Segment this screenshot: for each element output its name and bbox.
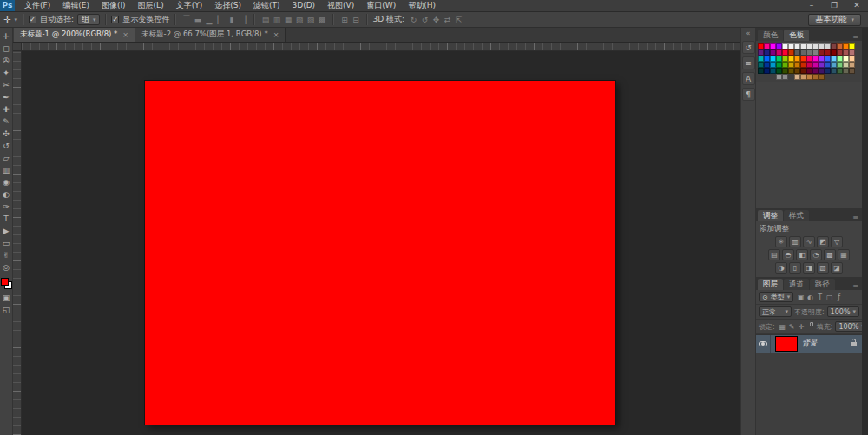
- type-layer-filter-icon[interactable]: T: [815, 293, 825, 301]
- eraser-tool[interactable]: ▱: [0, 152, 12, 164]
- tab-swatches[interactable]: 色板: [784, 30, 809, 41]
- foreground-color-swatch[interactable]: [1, 278, 9, 286]
- pixel-layer-filter-icon[interactable]: ▣: [796, 293, 806, 301]
- swatch[interactable]: [758, 62, 764, 68]
- show-transform-checkbox[interactable]: ✓: [111, 16, 119, 23]
- tab-paths[interactable]: 路径: [810, 279, 835, 290]
- swatch[interactable]: [819, 49, 825, 56]
- lasso-tool[interactable]: ✇: [0, 55, 12, 67]
- move-tool-preset-icon[interactable]: ✛: [3, 15, 10, 24]
- swatch[interactable]: [806, 43, 812, 49]
- swatch[interactable]: [764, 56, 770, 62]
- document-tab-2[interactable]: 未标题-2 @ 66.7%(图层 1, RGB/8) * ×: [135, 28, 286, 42]
- document-tab-1[interactable]: 未标题-1 @ 200%(RGB/8) * ×: [14, 28, 135, 42]
- layer-row-background[interactable]: 背景: [756, 334, 862, 353]
- rectangular-marquee-tool[interactable]: ◻: [0, 43, 12, 55]
- align-bottom-edges-icon[interactable]: ▁: [203, 16, 214, 24]
- swatch[interactable]: [770, 43, 776, 49]
- swatch[interactable]: [800, 68, 806, 74]
- swatch[interactable]: [837, 43, 843, 49]
- close-icon[interactable]: ×: [122, 31, 128, 39]
- color-lookup-adjustment-icon[interactable]: ▦: [838, 249, 850, 260]
- hue-saturation-adjustment-icon[interactable]: ▤: [768, 249, 780, 260]
- swatch[interactable]: [788, 49, 794, 56]
- swatch[interactable]: [764, 68, 770, 74]
- properties-panel-icon[interactable]: ≡: [742, 56, 755, 69]
- swatch[interactable]: [812, 62, 819, 68]
- swatch[interactable]: [831, 62, 837, 68]
- swatch[interactable]: [825, 49, 831, 56]
- menu-select[interactable]: 选择(S): [208, 0, 247, 11]
- swatch[interactable]: [776, 56, 782, 62]
- photoshop-logo-icon[interactable]: Ps: [0, 0, 15, 11]
- screen-mode-button[interactable]: ◱: [0, 304, 12, 316]
- canvas-document[interactable]: [145, 81, 615, 425]
- swatch[interactable]: [794, 56, 800, 62]
- photo-filter-adjustment-icon[interactable]: ◔: [810, 249, 822, 260]
- swatch[interactable]: [831, 49, 837, 56]
- gradient-map-adjustment-icon[interactable]: ▧: [817, 262, 829, 274]
- move-tool[interactable]: ✛: [0, 30, 12, 43]
- canvas-viewport[interactable]: [13, 43, 740, 435]
- swatch[interactable]: [770, 56, 776, 62]
- swatch[interactable]: [758, 56, 764, 62]
- swatch[interactable]: [812, 49, 819, 56]
- swatch[interactable]: [849, 68, 855, 74]
- curves-adjustment-icon[interactable]: ∿: [803, 236, 815, 247]
- swatch[interactable]: [788, 68, 794, 74]
- 3d-roll-icon[interactable]: ↺: [419, 16, 431, 24]
- swatch[interactable]: [843, 43, 849, 49]
- swatch[interactable]: [758, 49, 764, 56]
- layer-thumbnail[interactable]: [775, 336, 798, 352]
- gradient-tool[interactable]: ▥: [0, 164, 12, 176]
- swatch[interactable]: [819, 74, 825, 80]
- swatch[interactable]: [782, 56, 788, 62]
- swatch[interactable]: [849, 49, 855, 56]
- brightness-contrast-adjustment-icon[interactable]: ✳: [775, 236, 787, 247]
- swatch[interactable]: [806, 74, 812, 80]
- align-right-edges-icon[interactable]: ▕: [237, 16, 248, 24]
- swatch[interactable]: [812, 68, 819, 74]
- swatch[interactable]: [812, 74, 819, 80]
- swatch[interactable]: [825, 56, 831, 62]
- swatch[interactable]: [788, 56, 794, 62]
- swatch[interactable]: [812, 43, 819, 49]
- quick-selection-tool[interactable]: ✦: [0, 67, 12, 79]
- swatch[interactable]: [825, 62, 831, 68]
- swatch[interactable]: [794, 62, 800, 68]
- lock-position-icon[interactable]: ✛: [797, 323, 806, 331]
- menu-layer[interactable]: 图层(L): [132, 0, 170, 11]
- panel-menu-icon[interactable]: ≡: [851, 214, 860, 221]
- opacity-dropdown[interactable]: 100% ▾: [827, 306, 859, 317]
- posterize-adjustment-icon[interactable]: ▯: [789, 262, 801, 274]
- history-brush-tool[interactable]: ↺: [0, 140, 12, 152]
- tab-color[interactable]: 颜色: [758, 30, 783, 41]
- swatch[interactable]: [800, 74, 806, 80]
- zoom-tool[interactable]: ◎: [0, 261, 12, 274]
- swatch[interactable]: [825, 68, 831, 74]
- swatch[interactable]: [806, 62, 812, 68]
- auto-select-checkbox[interactable]: ✓: [29, 16, 36, 23]
- swatch[interactable]: [806, 56, 812, 62]
- swatch[interactable]: [770, 62, 776, 68]
- restore-button[interactable]: ❐: [823, 0, 845, 11]
- swatch[interactable]: [837, 56, 843, 62]
- 3d-scale-icon[interactable]: ⇱: [453, 16, 464, 24]
- menu-file[interactable]: 文件(F): [18, 0, 56, 11]
- swatch[interactable]: [770, 49, 776, 56]
- blend-mode-dropdown[interactable]: 正常 ▾: [759, 306, 792, 317]
- distribute-horizontal-centers-icon[interactable]: ▨: [305, 16, 316, 24]
- menu-type[interactable]: 文字(Y): [170, 0, 209, 11]
- swatch[interactable]: [843, 68, 849, 74]
- panel-menu-icon[interactable]: ≡: [851, 282, 860, 290]
- align-horizontal-centers-icon[interactable]: ▮: [226, 16, 237, 24]
- auto-select-dropdown[interactable]: 组 ▾: [77, 14, 101, 25]
- swatch[interactable]: [843, 56, 849, 62]
- swatch[interactable]: [800, 49, 806, 56]
- crop-tool[interactable]: ✂: [0, 79, 12, 91]
- exposure-adjustment-icon[interactable]: ◩: [817, 236, 829, 247]
- distribute-left-edges-icon[interactable]: ▧: [293, 16, 305, 24]
- swatch[interactable]: [812, 56, 819, 62]
- menu-help[interactable]: 帮助(H): [402, 0, 442, 11]
- distribute-vertical-centers-icon[interactable]: ▥: [271, 16, 282, 24]
